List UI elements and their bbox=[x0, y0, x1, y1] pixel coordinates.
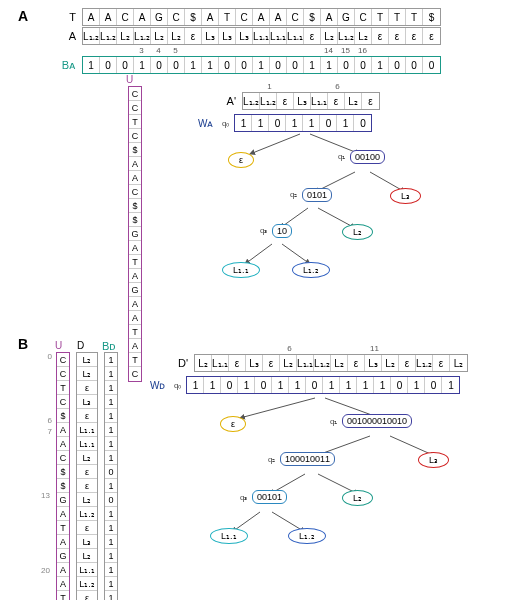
cell: $ bbox=[185, 9, 202, 25]
cell: A bbox=[270, 9, 287, 25]
cell bbox=[116, 46, 133, 55]
cell: 1 bbox=[321, 57, 338, 73]
cell: T bbox=[129, 353, 141, 367]
WD-label: Wᴅ bbox=[150, 380, 172, 391]
cell: L₂ bbox=[355, 28, 372, 44]
node-L11-b: L₁.₁ bbox=[210, 528, 248, 544]
cell: 1 bbox=[105, 367, 117, 381]
cell: A bbox=[202, 9, 219, 25]
cell: L₁.₂ bbox=[243, 93, 260, 109]
node-n2-a: 0101 bbox=[302, 188, 332, 202]
cell: L₁.₂ bbox=[134, 28, 151, 44]
cell: $ bbox=[129, 143, 141, 157]
cell bbox=[196, 344, 213, 353]
cell: L₂ bbox=[280, 355, 297, 371]
row-A-label: A bbox=[58, 30, 76, 42]
cell: L₁.₁ bbox=[311, 93, 328, 109]
cell: 1 bbox=[105, 381, 117, 395]
cell: 15 bbox=[337, 46, 354, 55]
cell: 1 bbox=[105, 437, 117, 451]
cell: L₂ bbox=[168, 28, 185, 44]
svg-line-7 bbox=[282, 244, 310, 264]
cell: ε bbox=[304, 28, 321, 44]
cell: 1 bbox=[204, 377, 221, 393]
cell: A bbox=[57, 437, 69, 451]
Aprime-box: L₁.₂L₁.₂εL₃L₁.₁εL₂ε bbox=[242, 92, 380, 110]
cell: 1 bbox=[185, 57, 202, 73]
row-Aprime: A' L₁.₂L₁.₂εL₃L₁.₁εL₂ε bbox=[218, 92, 380, 110]
node-n1-a: 00100 bbox=[350, 150, 385, 164]
cell: L₂ bbox=[77, 549, 97, 563]
cell: 1 bbox=[134, 57, 151, 73]
cell: L₂ bbox=[151, 28, 168, 44]
cell: 1 bbox=[202, 57, 219, 73]
cell: L₃ bbox=[77, 395, 97, 409]
cell: C bbox=[355, 9, 372, 25]
cell: 0 bbox=[269, 115, 286, 131]
cell: G bbox=[57, 493, 69, 507]
cell: G bbox=[57, 549, 69, 563]
panel-b-D-label: D bbox=[77, 340, 84, 351]
cell: C bbox=[129, 185, 141, 199]
cell: L₂ bbox=[450, 355, 467, 371]
cell bbox=[371, 46, 388, 55]
cell bbox=[213, 344, 230, 353]
cell: 16 bbox=[354, 46, 371, 55]
cell: C bbox=[57, 353, 69, 367]
q1-label-a: q₁ bbox=[338, 152, 345, 161]
cell: ε bbox=[348, 355, 365, 371]
cell: 1 bbox=[372, 57, 389, 73]
cell: L₁.₂ bbox=[314, 355, 331, 371]
cell: A bbox=[57, 535, 69, 549]
row-T-label: T bbox=[58, 11, 76, 23]
cell: 5 bbox=[167, 46, 184, 55]
cell: L₁.₂ bbox=[83, 28, 100, 44]
cell: 1 bbox=[105, 353, 117, 367]
panel-b-BD-label: Bᴅ bbox=[102, 340, 116, 353]
cell: ε bbox=[433, 355, 450, 371]
cell: 0 bbox=[117, 57, 134, 73]
cell bbox=[312, 82, 329, 91]
cell: T bbox=[406, 9, 423, 25]
cell: ε bbox=[77, 409, 97, 423]
cell: ε bbox=[389, 28, 406, 44]
cell: 0 bbox=[406, 57, 423, 73]
cell: 14 bbox=[320, 46, 337, 55]
cell: 1 bbox=[374, 377, 391, 393]
cell bbox=[269, 46, 286, 55]
cell: 1 bbox=[105, 535, 117, 549]
row-A-box: L₁.₂L₁.₂L₂L₁.₂L₂L₂εL₃L₃L₃L₁.₁L₁.₁L₁.₁εL₂… bbox=[82, 27, 441, 45]
cell: L₁.₁ bbox=[287, 28, 304, 44]
panel-b-D-box: L₂L₂εL₃εL₁.₁L₁.₁L₂εεL₂L₁.₂εL₃L₂L₁.₁L₁.₂ε… bbox=[76, 352, 98, 600]
row-T-box: AACAGC$ATCAAC$AGCTTT$ bbox=[82, 8, 441, 26]
cell: L₃ bbox=[246, 355, 263, 371]
cell: 1 bbox=[408, 377, 425, 393]
cell: L₁.₁ bbox=[77, 423, 97, 437]
cell: L₂ bbox=[77, 353, 97, 367]
row-BA-box: 100100110010011001000 bbox=[82, 56, 441, 74]
cell: L₃ bbox=[219, 28, 236, 44]
node-n2-b: 100010011 bbox=[280, 452, 335, 466]
cell: L₂ bbox=[321, 28, 338, 44]
cell: 0 bbox=[355, 57, 372, 73]
cell: ε bbox=[263, 355, 280, 371]
cell: C bbox=[57, 367, 69, 381]
cell: L₁.₂ bbox=[77, 577, 97, 591]
cell: L₃ bbox=[77, 535, 97, 549]
q3-label-b: q₃ bbox=[240, 493, 247, 502]
cell: 0 bbox=[219, 57, 236, 73]
cell bbox=[244, 82, 261, 91]
cell: 1 bbox=[261, 82, 278, 91]
cell bbox=[405, 46, 422, 55]
cell bbox=[400, 344, 417, 353]
cell: 1 bbox=[105, 577, 117, 591]
Dprime-label: D' bbox=[170, 357, 188, 369]
cell bbox=[417, 344, 434, 353]
cell: G bbox=[129, 227, 141, 241]
cell bbox=[315, 344, 332, 353]
cell: T bbox=[129, 115, 141, 129]
cell: C bbox=[129, 367, 141, 381]
cell: C bbox=[57, 451, 69, 465]
cell: T bbox=[219, 9, 236, 25]
cell: A bbox=[57, 577, 69, 591]
